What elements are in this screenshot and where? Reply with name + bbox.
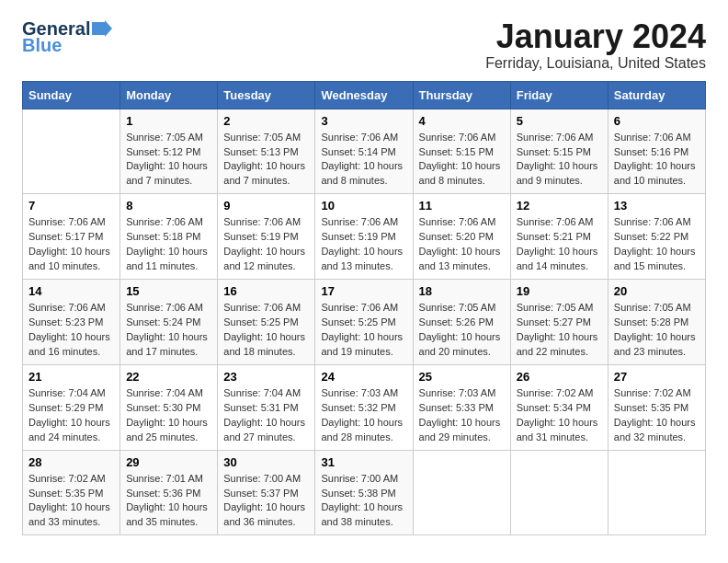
calendar-cell [510,450,608,535]
calendar-cell: 10Sunrise: 7:06 AM Sunset: 5:19 PM Dayli… [315,194,413,280]
calendar-cell: 20Sunrise: 7:05 AM Sunset: 5:28 PM Dayli… [608,280,705,365]
day-number: 30 [223,455,309,469]
day-info: Sunrise: 7:06 AM Sunset: 5:19 PM Dayligh… [223,215,309,274]
day-number: 19 [517,284,602,298]
day-info: Sunrise: 7:06 AM Sunset: 5:25 PM Dayligh… [223,301,309,360]
calendar-cell: 2Sunrise: 7:05 AM Sunset: 5:13 PM Daylig… [218,109,315,194]
day-number: 24 [321,370,406,384]
weekday-header-cell: Wednesday [315,81,413,109]
day-number: 27 [614,370,700,384]
calendar-cell: 13Sunrise: 7:06 AM Sunset: 5:22 PM Dayli… [608,194,705,280]
calendar-cell: 7Sunrise: 7:06 AM Sunset: 5:17 PM Daylig… [23,194,120,280]
calendar-cell [413,450,510,535]
calendar-cell: 6Sunrise: 7:06 AM Sunset: 5:16 PM Daylig… [608,109,705,194]
weekday-header-row: SundayMondayTuesdayWednesdayThursdayFrid… [23,81,706,109]
day-info: Sunrise: 7:02 AM Sunset: 5:34 PM Dayligh… [517,386,602,445]
day-info: Sunrise: 7:06 AM Sunset: 5:15 PM Dayligh… [517,131,602,190]
day-number: 6 [614,114,700,128]
weekday-header-cell: Saturday [608,81,705,109]
location-text: Ferriday, Louisiana, United States [485,55,706,72]
weekday-header-cell: Thursday [413,81,510,109]
day-number: 4 [419,114,505,128]
calendar-cell [608,450,705,535]
calendar-cell: 8Sunrise: 7:06 AM Sunset: 5:18 PM Daylig… [120,194,218,280]
month-title: January 2024 [485,18,706,55]
calendar-cell: 19Sunrise: 7:05 AM Sunset: 5:27 PM Dayli… [510,280,608,365]
day-info: Sunrise: 7:06 AM Sunset: 5:25 PM Dayligh… [321,301,406,360]
day-number: 20 [614,284,700,298]
day-number: 7 [28,199,114,213]
day-number: 25 [419,370,505,384]
calendar-cell: 9Sunrise: 7:06 AM Sunset: 5:19 PM Daylig… [218,194,315,280]
weekday-header-cell: Monday [120,81,218,109]
day-info: Sunrise: 7:02 AM Sunset: 5:35 PM Dayligh… [614,386,700,445]
day-number: 16 [223,284,309,298]
day-info: Sunrise: 7:06 AM Sunset: 5:19 PM Dayligh… [321,215,406,274]
calendar-cell: 30Sunrise: 7:00 AM Sunset: 5:37 PM Dayli… [218,450,315,535]
day-number: 17 [321,284,406,298]
day-info: Sunrise: 7:03 AM Sunset: 5:33 PM Dayligh… [419,386,505,445]
day-number: 10 [321,199,406,213]
logo: General Blue [22,18,112,55]
day-number: 11 [419,199,505,213]
logo-text-blue: Blue [22,35,62,55]
day-number: 29 [126,455,211,469]
day-info: Sunrise: 7:04 AM Sunset: 5:30 PM Dayligh… [126,386,211,445]
calendar-cell: 14Sunrise: 7:06 AM Sunset: 5:23 PM Dayli… [23,280,120,365]
day-number: 9 [223,199,309,213]
day-info: Sunrise: 7:06 AM Sunset: 5:21 PM Dayligh… [517,215,602,274]
page-header: General Blue January 2024 Ferriday, Loui… [22,18,706,72]
calendar-week-row: 28Sunrise: 7:02 AM Sunset: 5:35 PM Dayli… [23,450,706,535]
calendar-cell: 21Sunrise: 7:04 AM Sunset: 5:29 PM Dayli… [23,364,120,450]
day-info: Sunrise: 7:05 AM Sunset: 5:26 PM Dayligh… [419,301,505,360]
day-number: 22 [126,370,211,384]
calendar-cell: 5Sunrise: 7:06 AM Sunset: 5:15 PM Daylig… [510,109,608,194]
calendar-table: SundayMondayTuesdayWednesdayThursdayFrid… [22,81,706,536]
day-info: Sunrise: 7:06 AM Sunset: 5:16 PM Dayligh… [614,131,700,190]
calendar-cell: 15Sunrise: 7:06 AM Sunset: 5:24 PM Dayli… [120,280,218,365]
calendar-cell: 23Sunrise: 7:04 AM Sunset: 5:31 PM Dayli… [218,364,315,450]
logo-arrow-icon [92,20,112,37]
day-info: Sunrise: 7:04 AM Sunset: 5:29 PM Dayligh… [28,386,114,445]
calendar-cell: 4Sunrise: 7:06 AM Sunset: 5:15 PM Daylig… [413,109,510,194]
day-number: 31 [321,455,406,469]
calendar-cell: 16Sunrise: 7:06 AM Sunset: 5:25 PM Dayli… [218,280,315,365]
day-number: 3 [321,114,406,128]
day-number: 23 [223,370,309,384]
calendar-cell: 25Sunrise: 7:03 AM Sunset: 5:33 PM Dayli… [413,364,510,450]
day-number: 26 [517,370,602,384]
day-number: 5 [517,114,602,128]
calendar-week-row: 14Sunrise: 7:06 AM Sunset: 5:23 PM Dayli… [23,280,706,365]
day-info: Sunrise: 7:03 AM Sunset: 5:32 PM Dayligh… [321,386,406,445]
day-number: 1 [126,114,211,128]
calendar-cell: 28Sunrise: 7:02 AM Sunset: 5:35 PM Dayli… [23,450,120,535]
day-info: Sunrise: 7:06 AM Sunset: 5:17 PM Dayligh… [28,215,114,274]
calendar-cell: 1Sunrise: 7:05 AM Sunset: 5:12 PM Daylig… [120,109,218,194]
day-info: Sunrise: 7:00 AM Sunset: 5:37 PM Dayligh… [223,472,309,531]
day-info: Sunrise: 7:04 AM Sunset: 5:31 PM Dayligh… [223,386,309,445]
calendar-cell: 12Sunrise: 7:06 AM Sunset: 5:21 PM Dayli… [510,194,608,280]
day-number: 21 [28,370,114,384]
day-info: Sunrise: 7:06 AM Sunset: 5:23 PM Dayligh… [28,301,114,360]
svg-marker-0 [92,20,112,37]
day-info: Sunrise: 7:05 AM Sunset: 5:13 PM Dayligh… [223,131,309,190]
weekday-header-cell: Friday [510,81,608,109]
calendar-week-row: 1Sunrise: 7:05 AM Sunset: 5:12 PM Daylig… [23,109,706,194]
day-info: Sunrise: 7:05 AM Sunset: 5:12 PM Dayligh… [126,131,211,190]
calendar-week-row: 21Sunrise: 7:04 AM Sunset: 5:29 PM Dayli… [23,364,706,450]
calendar-cell: 29Sunrise: 7:01 AM Sunset: 5:36 PM Dayli… [120,450,218,535]
day-info: Sunrise: 7:06 AM Sunset: 5:18 PM Dayligh… [126,215,211,274]
day-number: 2 [223,114,309,128]
day-number: 13 [614,199,700,213]
calendar-week-row: 7Sunrise: 7:06 AM Sunset: 5:17 PM Daylig… [23,194,706,280]
calendar-cell: 22Sunrise: 7:04 AM Sunset: 5:30 PM Dayli… [120,364,218,450]
calendar-cell: 3Sunrise: 7:06 AM Sunset: 5:14 PM Daylig… [315,109,413,194]
calendar-body: 1Sunrise: 7:05 AM Sunset: 5:12 PM Daylig… [23,109,706,535]
day-number: 12 [517,199,602,213]
day-info: Sunrise: 7:06 AM Sunset: 5:14 PM Dayligh… [321,131,406,190]
calendar-cell: 26Sunrise: 7:02 AM Sunset: 5:34 PM Dayli… [510,364,608,450]
day-number: 18 [419,284,505,298]
day-number: 28 [28,455,114,469]
day-number: 8 [126,199,211,213]
calendar-cell: 27Sunrise: 7:02 AM Sunset: 5:35 PM Dayli… [608,364,705,450]
